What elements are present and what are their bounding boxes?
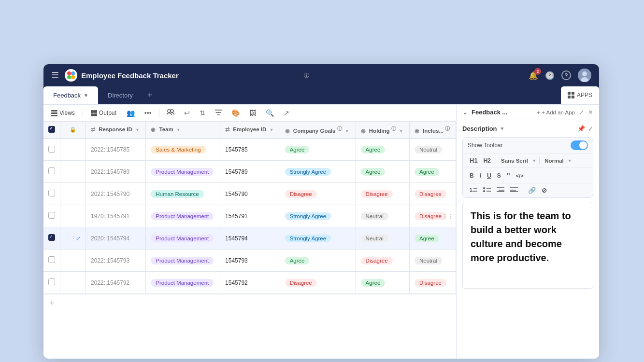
description-text[interactable]: This is for the team to build a better w… — [462, 202, 593, 289]
strikethrough-button[interactable]: S — [495, 171, 503, 180]
holding-tag: Disagree — [361, 190, 393, 198]
info-icon[interactable]: ⓘ — [304, 72, 309, 79]
svg-point-3 — [71, 75, 75, 79]
views-button[interactable]: Views — [48, 108, 78, 118]
row-checkbox[interactable] — [48, 146, 55, 153]
tab-feedback-dropdown[interactable]: ▼ — [84, 93, 88, 98]
team-sort[interactable]: ▼ — [176, 127, 181, 132]
row-expand-icon[interactable]: ⤢ — [76, 235, 81, 242]
sort-icon[interactable]: ⇅ — [197, 108, 208, 118]
th-team[interactable]: ◉ Team ▼ — [146, 122, 220, 139]
tab-feedback[interactable]: Feedback ▼ — [43, 86, 98, 104]
outdent-button[interactable] — [508, 186, 520, 195]
svg-rect-17 — [94, 113, 97, 116]
filter-icon[interactable] — [213, 108, 224, 118]
font-normal-label: Normal — [543, 157, 566, 165]
font-dropdown-icon[interactable]: ▼ — [532, 158, 536, 163]
color-icon[interactable]: 🎨 — [229, 108, 242, 118]
quote-button[interactable]: " — [505, 170, 512, 181]
employee-id-sort[interactable]: ▼ — [269, 127, 273, 132]
row-more-icon[interactable]: ⋮⋮ — [442, 213, 454, 220]
search-icon[interactable]: 🔍 — [263, 108, 276, 118]
description-section: Description ▼ 📌 ⤢ Show Toolbar H1 — [457, 120, 599, 359]
unordered-list-button[interactable] — [481, 186, 493, 195]
row-holding: Agree — [356, 161, 409, 183]
svg-point-19 — [171, 110, 173, 112]
tab-directory[interactable]: Directory — [98, 86, 143, 104]
table-row: 2022::1545792 Product Management 1545792… — [43, 272, 456, 294]
th-company-goals[interactable]: ◉ Company Goals ⓘ ▼ — [280, 122, 356, 139]
panel-close-icon[interactable]: ✕ — [588, 109, 593, 116]
h1-button[interactable]: H1 — [468, 156, 480, 165]
header-actions: 🔔 2 🕐 ? — [529, 69, 591, 82]
output-label: Output — [99, 110, 116, 116]
inclusion-tag: Disagree — [415, 279, 446, 287]
add-row-button[interactable]: + — [43, 294, 456, 312]
row-team: Product Management — [146, 272, 220, 294]
code-button[interactable]: </> — [514, 172, 526, 180]
row-lock-cell — [60, 272, 86, 294]
company-goals-sort[interactable]: ▼ — [345, 129, 349, 134]
undo-icon[interactable]: ↩ — [182, 108, 192, 118]
th-response-id[interactable]: ⇄ Response ID ▼ — [86, 122, 146, 139]
company-goals-tag: Strongly Agree — [285, 212, 331, 220]
company-goals-tag: Agree — [285, 146, 310, 153]
bold-button[interactable]: B — [468, 171, 476, 180]
output-button[interactable]: Output — [88, 108, 119, 118]
desc-dropdown-icon[interactable]: ▼ — [500, 126, 505, 131]
row-inclusion: Disagree ⋮⋮ — [409, 205, 456, 227]
show-toolbar-toggle[interactable] — [571, 140, 588, 150]
format-separator-2 — [539, 157, 540, 164]
data-table: 🔒 ⇄ Response ID ▼ ◉ Team ▼ — [43, 122, 456, 294]
share-icon[interactable]: ↗ — [281, 108, 292, 118]
row-response-id: 2022::1545792 — [86, 272, 146, 294]
th-inclusion[interactable]: ◉ Inclus... ⓘ — [409, 122, 456, 139]
add-app-button[interactable]: + + Add an App — [537, 110, 575, 115]
italic-button[interactable]: I — [478, 171, 483, 180]
employee-id-col-icon: ⇄ — [225, 126, 229, 132]
th-holding[interactable]: ◉ Holding ⓘ ▼ — [356, 122, 409, 139]
holding-sort[interactable]: ▼ — [399, 129, 403, 134]
h2-button[interactable]: H2 — [482, 156, 493, 165]
ordered-list-button[interactable]: 1. — [468, 186, 479, 195]
hamburger-icon[interactable]: ☰ — [51, 70, 59, 81]
history-button[interactable]: 🕐 — [545, 71, 555, 80]
row-checkbox[interactable] — [48, 190, 55, 196]
row-checkbox[interactable] — [48, 167, 55, 174]
svg-rect-7 — [568, 92, 571, 95]
normal-dropdown-icon[interactable]: ▼ — [568, 158, 572, 163]
link-button[interactable]: 🔗 — [526, 186, 538, 195]
svg-rect-14 — [91, 110, 94, 113]
desc-pin-icon[interactable]: 📌 — [577, 125, 585, 132]
notification-button[interactable]: 🔔 2 — [529, 71, 538, 80]
row-checkbox[interactable] — [48, 278, 55, 285]
svg-rect-8 — [572, 92, 574, 95]
font-sans-label: Sans Serif — [499, 157, 530, 165]
underline-button[interactable]: U — [485, 171, 493, 180]
clear-format-button[interactable]: ⊘ — [540, 186, 549, 195]
more-options-icon[interactable]: ••• — [142, 108, 154, 118]
row-lock-cell — [60, 161, 86, 183]
side-panel-collapse[interactable]: ⌄ — [462, 109, 468, 116]
response-id-sort[interactable]: ▼ — [135, 127, 140, 132]
avatar[interactable] — [578, 69, 591, 82]
row-response-id: 2022::1545785 — [86, 139, 146, 161]
row-checkbox[interactable] — [48, 256, 55, 263]
panel-expand-icon[interactable]: ⤢ — [579, 109, 584, 116]
desc-title: Description — [462, 125, 497, 132]
select-all-checkbox[interactable] — [48, 126, 55, 133]
help-button[interactable]: ? — [561, 70, 571, 80]
svg-point-0 — [67, 71, 71, 75]
row-checkbox[interactable] — [48, 212, 55, 219]
image-icon[interactable]: 🖼 — [247, 108, 258, 118]
desc-expand-icon[interactable]: ⤢ — [588, 125, 593, 132]
tab-add-button[interactable]: + — [143, 90, 157, 100]
person-count-icon[interactable]: 👥 — [124, 108, 137, 118]
apps-button[interactable]: APPS — [568, 92, 592, 98]
row-lock-cell — [60, 205, 86, 227]
row-checkbox[interactable] — [48, 234, 55, 241]
people-icon[interactable] — [164, 108, 177, 118]
th-employee-id[interactable]: ⇄ Employee ID ▼ — [220, 122, 280, 139]
views-label: Views — [59, 110, 75, 116]
indent-button[interactable] — [495, 186, 506, 195]
